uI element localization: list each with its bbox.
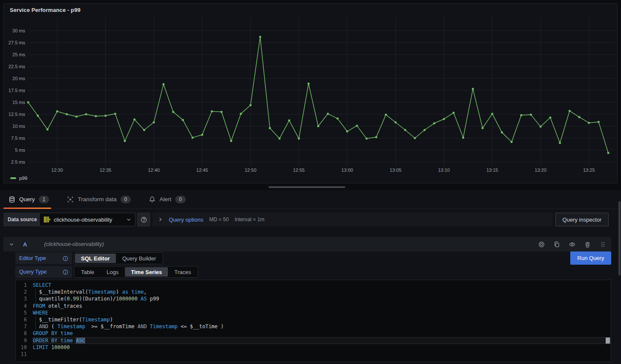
remove-query-trash-icon[interactable] (584, 241, 591, 248)
info-circle-icon[interactable] (63, 256, 68, 261)
svg-text:12:50: 12:50 (245, 168, 257, 173)
sql-code: SELECT (33, 282, 611, 289)
line-number: 3 (16, 295, 27, 302)
line-number: 10 (16, 344, 27, 351)
query-editor-card: A (clickhouse-observability) (3, 237, 611, 362)
svg-text:13:15: 13:15 (486, 168, 498, 173)
line-number: 8 (16, 330, 27, 337)
query-options-bar[interactable]: Query options MD = 50 Interval = 1m (153, 213, 553, 226)
svg-text:10 ms: 10 ms (12, 124, 25, 129)
sql-line-7: 7 AND ( Timestamp >= $__fromTime AND Tim… (16, 323, 611, 330)
chart-legend[interactable]: p99 (10, 176, 27, 181)
sql-line-5: 5WHERE (16, 309, 611, 316)
datasource-name: clickhouse-observability (54, 217, 123, 223)
sql-line-9: 9ORDER BY time ASC (16, 337, 611, 344)
svg-text:20 ms: 20 ms (12, 76, 25, 81)
line-number: 5 (16, 309, 27, 316)
line-number: 9 (16, 337, 27, 344)
svg-text:5 ms: 5 ms (15, 147, 25, 153)
database-icon (9, 196, 15, 203)
sql-code: ORDER BY time ASC (33, 337, 611, 344)
segment-table[interactable]: Table (75, 267, 100, 277)
info-circle-icon[interactable] (63, 269, 68, 275)
svg-text:12:35: 12:35 (100, 168, 112, 173)
query-row-actions (538, 241, 606, 248)
query-datasource-name: (clickhouse-observability) (44, 241, 104, 247)
collapse-chevron-icon[interactable] (9, 242, 14, 247)
svg-text:17.5 ms: 17.5 ms (9, 88, 26, 93)
chart-svg: 30 ms27.5 ms25 ms22.5 ms20 ms17.5 ms15 m… (4, 4, 617, 183)
sql-code: WHERE (33, 309, 611, 316)
tab-query[interactable]: Query 1 (9, 196, 49, 203)
segment-time-series[interactable]: Time Series (125, 267, 168, 277)
line-number: 1 (16, 282, 27, 289)
datasource-picker[interactable]: clickhouse-observability (39, 213, 136, 226)
editor-type-radiogroup: SQL Editor Query Builder (74, 252, 163, 264)
svg-text:13:05: 13:05 (390, 168, 401, 173)
disable-query-icon[interactable] (538, 241, 545, 248)
edit-pane-tabbar: Query 1 Transform data 0 (0, 190, 621, 209)
sql-code-editor[interactable]: 1SELECT2 $__timeInterval(Timestamp) as t… (15, 280, 611, 362)
sql-line-10: 10LIMIT 100000 (16, 344, 611, 351)
segment-sql-editor[interactable]: SQL Editor (75, 254, 116, 263)
sql-code: FROM otel_traces (33, 303, 611, 309)
query-row-header[interactable]: A (clickhouse-observability) (3, 237, 611, 251)
bell-icon (149, 196, 156, 203)
tab-transform-badge: 0 (121, 196, 131, 203)
sql-code: AND ( Timestamp >= $__fromTime AND Times… (33, 323, 611, 330)
query-type-radiogroup: Table Logs Time Series Traces (74, 266, 198, 278)
duplicate-query-icon[interactable] (554, 241, 560, 248)
svg-text:22.5 ms: 22.5 ms (9, 64, 26, 69)
line-number: 4 (16, 303, 27, 309)
segment-logs[interactable]: Logs (101, 267, 124, 277)
svg-text:2.5 ms: 2.5 ms (11, 159, 26, 165)
clickhouse-logo-icon (43, 216, 50, 223)
svg-text:7.5 ms: 7.5 ms (11, 136, 26, 141)
timeseries-chart[interactable]: 30 ms27.5 ms25 ms22.5 ms20 ms17.5 ms15 m… (4, 4, 617, 183)
edit-pane: Query 1 Transform data 0 (0, 190, 621, 364)
chart-panel: Service Performance - p99 30 ms27.5 ms25… (3, 3, 618, 183)
datasource-help-button[interactable] (137, 213, 150, 226)
tab-transform-label: Transform data (78, 196, 116, 202)
chevron-right-icon (158, 217, 163, 222)
sql-line-2: 2 $__timeInterval(Timestamp) as time, (16, 289, 611, 295)
svg-text:13:20: 13:20 (535, 168, 547, 173)
query-options-md: MD = 50 (209, 217, 229, 222)
line-number: 11 (16, 351, 27, 358)
segment-query-builder[interactable]: Query Builder (116, 254, 162, 263)
pane-splitter-handle[interactable] (269, 186, 345, 188)
datasource-label: Data source (3, 213, 41, 226)
line-number: 6 (16, 316, 27, 323)
run-query-button[interactable]: Run Query (570, 251, 611, 265)
tab-query-badge: 1 (39, 196, 49, 203)
svg-text:15 ms: 15 ms (12, 100, 25, 105)
query-ref-id: A (23, 241, 27, 248)
sql-code: GROUP BY time (33, 330, 611, 337)
transform-icon (67, 196, 74, 203)
question-circle-icon (141, 217, 147, 223)
query-options-link[interactable]: Query options (169, 217, 203, 223)
svg-text:12.5 ms: 12.5 ms (9, 112, 26, 117)
svg-text:12:30: 12:30 (51, 168, 63, 173)
query-options-interval: Interval = 1m (235, 217, 265, 222)
tab-transform-data[interactable]: Transform data 0 (67, 196, 131, 203)
query-inspector-button[interactable]: Query inspector (555, 213, 609, 226)
pane-scrollbar-thumb[interactable] (618, 201, 621, 275)
hide-response-eye-icon[interactable] (569, 241, 575, 248)
sql-code: LIMIT 100000 (33, 344, 611, 351)
svg-text:12:45: 12:45 (196, 168, 208, 173)
drag-handle-icon[interactable] (600, 241, 606, 248)
sql-line-11: 11 (16, 351, 611, 358)
svg-text:25 ms: 25 ms (12, 52, 25, 57)
svg-text:12:40: 12:40 (148, 168, 160, 173)
sql-code: quantile(0.99)(Duration)/1000000 AS p99 (33, 295, 611, 302)
sql-code: $__timeInterval(Timestamp) as time, (33, 289, 611, 295)
chevron-down-icon (126, 217, 131, 222)
tab-alert[interactable]: Alert 0 (149, 196, 185, 203)
sql-code (33, 351, 611, 358)
svg-text:27.5 ms: 27.5 ms (9, 40, 26, 45)
svg-text:12:55: 12:55 (293, 168, 305, 173)
segment-traces[interactable]: Traces (168, 267, 197, 277)
line-number: 7 (16, 323, 27, 330)
sql-line-3: 3 quantile(0.99)(Duration)/1000000 AS p9… (16, 295, 611, 302)
